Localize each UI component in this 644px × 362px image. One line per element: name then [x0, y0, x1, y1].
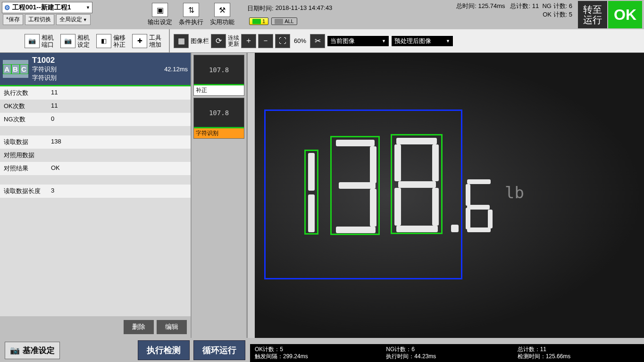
stats-table: 执行次数11 OK次数11 NG次数0 读取数据138 对照用数据 对照结果OK… [0, 86, 191, 198]
go-to-run-button[interactable]: 转至 运行 [578, 1, 607, 28]
baseline-settings-button[interactable]: 📷 基准设定 [5, 342, 60, 359]
fit-button[interactable]: ⛶ [275, 34, 290, 48]
tool-time: 42.12ms [164, 66, 188, 73]
datetime-value: 2018-11-13 14:47:43 [276, 4, 333, 13]
left-panel: ABC T1002 字符识别 字符识别 42.12ms 执行次数11 OK次数1… [0, 53, 191, 338]
tool-add-icon: ✚ [132, 34, 147, 48]
unit-label: lb [505, 183, 524, 202]
zoom-in-button[interactable]: ＋ [241, 34, 256, 48]
continuous-update-icon[interactable]: ⟳ [211, 34, 226, 48]
view-all-pill[interactable]: ALL [271, 17, 297, 25]
image-bar-label: 图像栏 [191, 37, 209, 45]
zoom-value: 60% [292, 37, 308, 44]
utility-button[interactable]: ⚒ 实用功能 [207, 0, 238, 29]
edit-button[interactable]: 编辑 [157, 320, 187, 334]
chevron-down-icon: ▼ [83, 17, 87, 22]
datetime-label: 日期时间: [247, 4, 274, 13]
status-ok-badge: OK [608, 1, 642, 28]
current-image-dropdown[interactable]: 当前图像▼ [327, 35, 389, 47]
thumbnail-scrollbar[interactable] [247, 53, 255, 338]
main-area: ABC T1002 字符识别 字符识别 42.12ms 执行次数11 OK次数1… [0, 53, 644, 338]
image-viewer[interactable]: lb [255, 53, 644, 338]
camera-icon: 📷 [10, 345, 20, 355]
delete-button[interactable]: 删除 [124, 320, 154, 334]
output-icon: ▣ [152, 3, 168, 17]
bottom-left-bar: 📷 基准设定 执行检测 循环运行 [0, 338, 250, 362]
toolbar-secondary: 📷 相机端口 📷 相机设定 ◧ 偏移补正 ✚ 工具增加 ▦ 图像栏 ⟳ 连续更新… [0, 29, 644, 53]
tool-id: T1002 [32, 56, 57, 65]
loop-run-button[interactable]: 循环运行 [193, 340, 245, 360]
condition-exec-button[interactable]: ⇅ 条件执行 [176, 0, 207, 29]
preprocess-image-dropdown[interactable]: 预处理后图像▼ [391, 35, 453, 47]
tool-add-button[interactable]: ✚ 工具增加 [132, 34, 161, 48]
top-menu-bar: ⚙ 工程001--新建工程1 ▼ *保存 工程切换 全局设定▼ ▣ 输出设定 ⇅… [0, 0, 644, 29]
project-dropdown[interactable]: ⚙ 工程001--新建工程1 ▼ [2, 2, 92, 13]
offset-correction-button[interactable]: ◧ 偏移补正 [96, 34, 125, 48]
global-settings-button[interactable]: 全局设定▼ [56, 14, 91, 25]
camera-settings-button[interactable]: 📷 相机设定 [60, 34, 90, 48]
save-button[interactable]: *保存 [3, 14, 23, 25]
thumbnail-correction[interactable]: 107.8 补正 [193, 55, 244, 96]
summary-stats: 总时间: 125.74ms 总计数: 11 NG 计数: 6 OK 计数: 5 [456, 0, 572, 19]
thumbnail-column: 107.8 补正 107.8 字符识别 [191, 53, 247, 338]
offset-icon: ◧ [96, 34, 111, 48]
gear-icon: ⚙ [4, 4, 10, 11]
zoom-out-button[interactable]: － [258, 34, 273, 48]
tool-header[interactable]: ABC T1002 字符识别 字符识别 42.12ms [0, 53, 191, 86]
project-switch-button[interactable]: 工程切换 [25, 14, 54, 25]
delete-edit-bar: 删除 编辑 [0, 316, 191, 338]
chevron-down-icon: ▼ [86, 5, 90, 10]
utility-icon: ⚒ [214, 3, 230, 17]
image-bar-icon[interactable]: ▦ [174, 34, 189, 48]
crop-button[interactable]: ✂ [310, 34, 325, 48]
camera-settings-icon: 📷 [60, 34, 75, 48]
camera-icon: 📷 [25, 34, 40, 48]
condition-icon: ⇅ [183, 3, 199, 17]
execute-detection-button[interactable]: 执行检测 [138, 340, 190, 360]
bottom-status-bar: OK计数：5 触发间隔：299.24ms NG计数：6 执行时间：44.23ms… [250, 344, 644, 362]
abc-icon: ABC [3, 60, 28, 78]
output-settings-button[interactable]: ▣ 输出设定 [144, 0, 176, 29]
view-single-pill[interactable]: 1 [249, 17, 268, 25]
project-name: 工程001--新建工程1 [12, 3, 71, 12]
thumbnail-char-recognition[interactable]: 107.8 字符识别 [193, 98, 244, 139]
camera-port-button[interactable]: 📷 相机端口 [25, 34, 54, 48]
